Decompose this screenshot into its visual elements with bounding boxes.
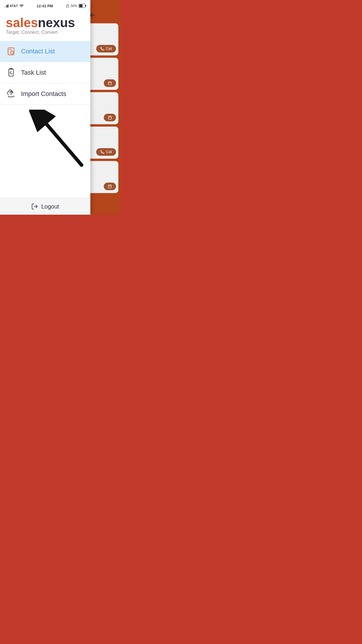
logout-icon: [31, 203, 38, 210]
contact-list-icon: [6, 46, 16, 57]
svg-rect-12: [66, 6, 69, 8]
status-carrier: AT&T: [4, 4, 24, 8]
svg-rect-14: [79, 4, 82, 7]
logo-area: salesnexus Target, Connect, Convert: [0, 10, 90, 38]
svg-rect-15: [85, 5, 86, 7]
logo-sales: sales: [6, 15, 38, 30]
wifi-icon: [19, 4, 24, 8]
battery-percentage: 50%: [71, 4, 77, 8]
bg-call-label-4: Call: [106, 150, 112, 154]
bg-call-button-4: Call: [96, 148, 116, 156]
bg-calendar-button-5: [104, 183, 116, 190]
svg-rect-0: [108, 82, 112, 85]
contact-list-label: Contact List: [21, 48, 55, 55]
import-contacts-label: Import Contacts: [21, 90, 66, 98]
sidebar-item-contact-list[interactable]: Contact List: [0, 41, 90, 62]
status-time: 12:41 PM: [37, 4, 53, 8]
sidebar-drawer: AT&T 12:41 PM 50%: [0, 0, 90, 215]
svg-rect-22: [9, 69, 13, 76]
bg-call-button-1: Call: [96, 45, 116, 52]
back-button[interactable]: [89, 12, 96, 19]
logout-button[interactable]: Logout: [0, 198, 90, 215]
svg-rect-4: [108, 116, 112, 119]
status-battery: 50%: [66, 4, 86, 8]
import-contacts-icon: [6, 89, 16, 99]
logo: salesnexus: [6, 16, 85, 29]
task-list-label: Task List: [21, 69, 46, 76]
bg-calendar-button-3: [104, 114, 116, 121]
lock-icon: [66, 4, 69, 8]
logout-label: Logout: [41, 203, 59, 210]
svg-rect-8: [108, 185, 112, 188]
carrier-name: AT&T: [10, 4, 18, 8]
sidebar-item-import-contacts[interactable]: Import Contacts: [0, 83, 90, 105]
status-bar: AT&T 12:41 PM 50%: [0, 0, 90, 10]
bg-calendar-button-2: [104, 79, 116, 87]
bg-call-label-1: Call: [106, 47, 112, 51]
signal-bars: [4, 4, 8, 8]
nav-menu: Contact List Task List: [0, 41, 90, 198]
logo-tagline: Target, Connect, Convert: [6, 30, 85, 35]
battery-icon: [79, 4, 86, 8]
svg-point-21: [10, 51, 13, 54]
task-list-icon: [6, 67, 16, 78]
sidebar-item-task-list[interactable]: Task List: [0, 62, 90, 83]
logo-nexus: nexus: [38, 15, 75, 30]
